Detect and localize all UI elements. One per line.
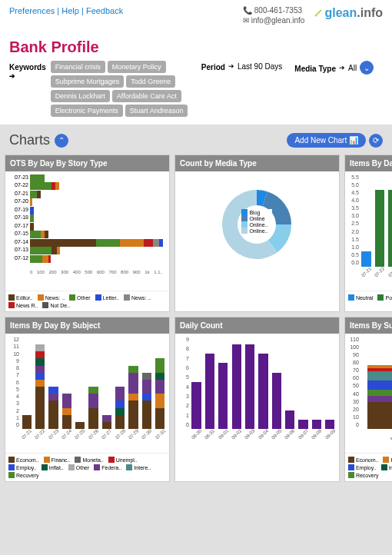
legend-item[interactable]: Unempl.. (108, 457, 138, 463)
legend-item[interactable]: Blog (241, 209, 272, 215)
y-tick-label: 7 (8, 372, 19, 377)
x-tick-label: 07-24 (61, 428, 72, 440)
chart-plot[interactable]: 07-2307-2207-2107-2007-1907-1807-1707-15… (5, 171, 169, 291)
chart-plot[interactable]: BlogOnlineOnline..Online.. (175, 171, 339, 291)
y-tick-label: 2.5 (348, 221, 359, 226)
keyword-tag[interactable]: Stuart Andreason (125, 105, 188, 117)
x-tick-label: 1.1.. (154, 270, 163, 274)
legend-item[interactable]: Inflat.. (381, 464, 392, 470)
x-tick-label: 07-23 (387, 266, 392, 278)
keyword-tag[interactable]: Monetary Policy (108, 61, 166, 73)
x-tick-label: 09-03 (244, 428, 256, 440)
keyword-tag[interactable]: Electronic Payments (51, 105, 123, 117)
x-tick-label: 09-07 (297, 428, 309, 440)
legend-item[interactable]: Financ.. (383, 457, 392, 463)
x-tick-label: 700 (108, 270, 116, 274)
add-chart-button[interactable]: Add New Chart 📊 (287, 133, 366, 148)
legend-item[interactable]: Editor.. (8, 294, 33, 301)
charts-title: Charts ⌃ (9, 132, 68, 148)
legend-item[interactable]: Online.. (241, 228, 272, 234)
legend-item[interactable]: Other (68, 464, 90, 470)
legend-item[interactable]: News: .. (38, 294, 65, 301)
refresh-icon: ⟳ (373, 136, 379, 145)
legend-item[interactable]: Letter.. (95, 294, 119, 301)
legend-item[interactable]: Recovery (348, 472, 379, 478)
legend-item[interactable]: Econom.. (348, 457, 379, 463)
x-tick-label: 09-02 (231, 428, 242, 440)
y-tick-label: 8 (178, 346, 189, 351)
legend-item[interactable]: Intere.. (126, 464, 151, 470)
y-tick-label: 8 (8, 365, 19, 371)
y-tick-label: 2 (8, 408, 19, 414)
y-tick-label: 1.0 (348, 244, 359, 250)
x-tick-label: 100 (37, 270, 45, 274)
x-tick-label: 07-23 (48, 428, 59, 440)
x-tick-label: 07-26 (88, 428, 99, 440)
x-tick-label: 07-22 (34, 428, 45, 440)
y-tick-label: 0.0 (348, 260, 359, 265)
keyword-tag[interactable]: Todd Greene (126, 75, 175, 88)
arrow-right-icon: ➔ (9, 72, 15, 80)
legend-item[interactable]: Employ.. (8, 464, 37, 470)
period-value: Last 90 Days (238, 62, 282, 71)
x-tick-label: 09-09 (324, 428, 336, 440)
y-tick-label: 9 (8, 358, 19, 364)
collapse-button[interactable]: ⌃ (55, 134, 68, 148)
y-tick-label: 07-18 (8, 214, 28, 220)
y-tick-label: 07-20 (8, 198, 28, 204)
nav-feedback[interactable]: Feedback (86, 6, 123, 15)
legend-item[interactable]: Positive (377, 294, 392, 301)
x-tick-label: 0 (30, 270, 32, 274)
media-expand-button[interactable]: ⌄ (360, 61, 374, 75)
x-tick-label: 07-27 (101, 428, 112, 440)
keyword-tag[interactable]: Financial crisis (51, 61, 105, 73)
legend-item[interactable]: Inflat.. (42, 464, 64, 470)
chart-card: Count by Media TypeBlogOnlineOnline..Onl… (174, 155, 340, 312)
chart-title: Items By Subject By Tone (345, 317, 392, 334)
legend-item[interactable]: News R.. (8, 302, 38, 308)
media-type-value: All (348, 64, 357, 72)
header: Preferences | Help | Feedback 📞 800-461-… (0, 0, 392, 32)
chart-card: OTS By Day By Story Type07-2307-2207-210… (5, 155, 170, 312)
keyword-tag[interactable]: Dennis Lockhart (51, 90, 110, 102)
nav-help[interactable]: Help (61, 6, 79, 15)
keyword-tags: Financial crisisMonetary PolicySubprime … (51, 61, 189, 117)
x-tick-label: 07-28 (115, 428, 126, 440)
y-tick-label: 4.5 (348, 190, 359, 195)
chart-card: Items By Day By Tone5.55.04.54.03.53.02.… (344, 155, 392, 312)
legend-item[interactable]: Financ.. (44, 457, 71, 463)
legend-item[interactable]: Employ.. (348, 464, 377, 470)
chart-plot[interactable]: 1101009080706050403020100NeutralPositive (345, 334, 392, 453)
y-tick-label: 70 (348, 367, 359, 373)
legend-item[interactable]: Econom.. (8, 457, 39, 463)
x-tick-label: 07-22 (374, 266, 385, 278)
page-title: Bank Profile (0, 32, 392, 61)
y-tick-label: 4 (178, 384, 189, 390)
y-tick-label: 5.5 (348, 174, 359, 180)
y-tick-label: 07-22 (8, 182, 28, 188)
filter-bar: Keywords➔ Financial crisisMonetary Polic… (0, 61, 392, 125)
legend-item[interactable]: Online.. (241, 221, 272, 228)
y-tick-label: 100 (348, 344, 359, 350)
legend-item[interactable]: Recovery (8, 472, 39, 478)
legend-item[interactable]: Other (69, 294, 91, 301)
y-tick-label: 1.5 (348, 237, 359, 242)
chart-plot[interactable]: 5.55.04.54.03.53.02.52.01.51.00.50.007-2… (345, 171, 392, 291)
y-tick-label: 6 (8, 380, 19, 385)
legend-item[interactable]: Federa.. (94, 464, 121, 470)
chart-plot[interactable]: 987654321008-3008-3109-0109-0209-0309-04… (175, 334, 339, 453)
legend-item[interactable]: Moneta.. (75, 457, 103, 463)
legend-item[interactable]: Not De.. (42, 302, 70, 308)
keyword-tag[interactable]: Subprime Mortgages (51, 75, 125, 88)
x-tick-label: 08-31 (204, 428, 215, 440)
chart-plot[interactable]: 121110987654321007-2107-2207-2307-2407-2… (5, 334, 169, 453)
chart-title: Count by Media Type (175, 155, 339, 171)
x-tick-label: 500 (85, 270, 92, 274)
legend-item[interactable]: Neutral (348, 294, 374, 301)
nav-preferences[interactable]: Preferences (9, 6, 55, 15)
legend-item[interactable]: Online (241, 215, 272, 221)
y-tick-label: 7 (178, 356, 189, 361)
refresh-button[interactable]: ⟳ (369, 134, 383, 148)
keyword-tag[interactable]: Affordable Care Act (112, 90, 181, 102)
legend-item[interactable]: News: .. (124, 294, 151, 301)
